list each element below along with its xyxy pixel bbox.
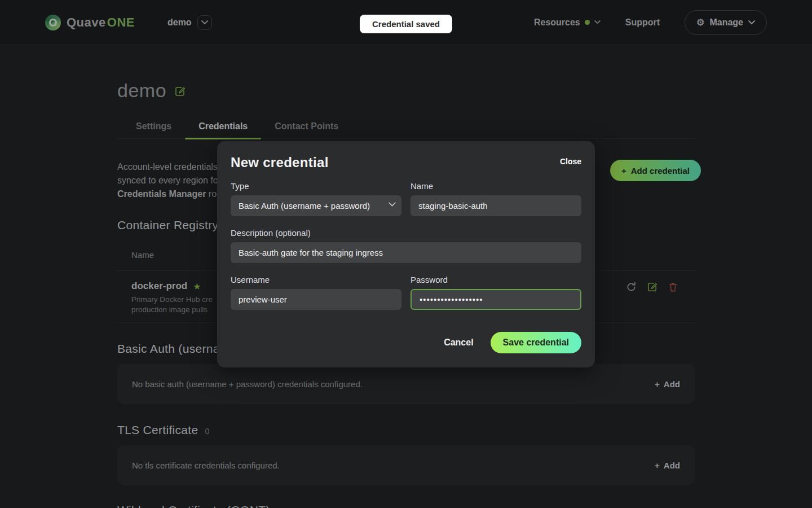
close-button[interactable]: Close xyxy=(560,157,581,166)
save-credential-button[interactable]: Save credential xyxy=(491,332,581,353)
chevron-down-icon xyxy=(389,202,396,207)
name-input[interactable] xyxy=(411,195,581,216)
modal-title: New credential xyxy=(231,155,329,170)
cancel-button[interactable]: Cancel xyxy=(444,338,473,348)
type-label: Type xyxy=(231,181,401,191)
toast-notification: Credential saved xyxy=(360,15,452,33)
description-label: Description (optional) xyxy=(231,228,581,238)
description-input[interactable] xyxy=(231,242,581,263)
new-credential-modal: New credential Close Type Basic Auth (us… xyxy=(217,141,595,367)
password-input[interactable] xyxy=(411,289,581,310)
type-select[interactable]: Basic Auth (username + password) xyxy=(231,195,401,216)
app-window: QuaveONE demo Resources Support ⚙ xyxy=(0,0,812,508)
username-label: Username xyxy=(231,275,401,284)
username-input[interactable] xyxy=(231,289,401,310)
name-label: Name xyxy=(411,181,581,191)
password-label: Password xyxy=(411,275,581,284)
